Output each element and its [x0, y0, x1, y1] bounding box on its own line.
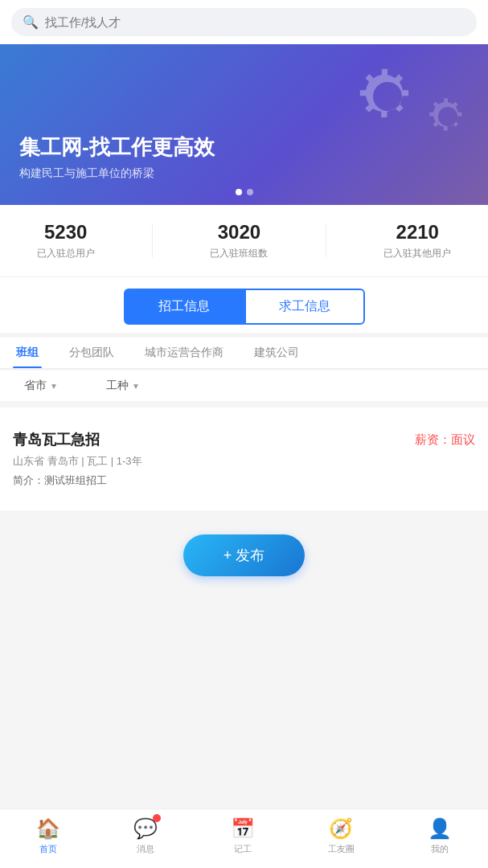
sub-tab-subcontract[interactable]: 分包团队 [66, 338, 117, 368]
messages-icon: 💬 [133, 817, 158, 840]
job-header: 青岛瓦工急招 薪资：面议 [13, 430, 475, 449]
job-salary: 薪资：面议 [415, 432, 475, 448]
publish-button[interactable]: + 发布 [183, 534, 306, 576]
job-section: 青岛瓦工急招 薪资：面议 山东省 青岛市 | 瓦工 | 1-3年 简介：测试班组… [0, 407, 488, 510]
stat-other-users: 2210 已入驻其他用户 [383, 221, 451, 260]
nav-item-messages[interactable]: 💬 消息 [133, 817, 158, 855]
job-title: 青岛瓦工急招 [13, 430, 100, 449]
filter-province-city-label: 省市 [24, 379, 47, 393]
banner-title: 集工网-找工作更高效 [19, 133, 469, 162]
friends-circle-icon: 🧭 [329, 817, 353, 840]
sub-tab-city-partner[interactable]: 城市运营合作商 [141, 338, 227, 368]
banner-dot-2[interactable] [247, 189, 253, 195]
job-desc: 简介：测试班组招工 [13, 473, 475, 488]
nav-label-friends-circle: 工友圈 [328, 843, 355, 855]
nav-label-home: 首页 [39, 843, 57, 855]
search-input[interactable] [45, 15, 465, 29]
nav-item-profile[interactable]: 👤 我的 [428, 817, 452, 855]
stat-divider-1 [152, 224, 153, 257]
banner-dot-1[interactable] [236, 189, 242, 195]
stats-row: 5230 已入驻总用户 3020 已入驻班组数 2210 已入驻其他用户 [0, 205, 488, 277]
stat-team-count: 3020 已入驻班组数 [210, 221, 268, 260]
gear-icon-2 [424, 92, 472, 141]
job-salary-prefix: 薪资： [415, 432, 451, 446]
stat-other-users-number: 2210 [396, 221, 439, 244]
stat-other-users-label: 已入驻其他用户 [383, 247, 451, 260]
stat-total-users-number: 5230 [44, 221, 87, 244]
home-icon: 🏠 [36, 817, 60, 840]
tab-recruit-info[interactable]: 招工信息 [124, 289, 244, 325]
banner-dots [236, 189, 253, 195]
filter-province-city[interactable]: 省市 ▼ [24, 379, 58, 393]
filter-row: 省市 ▼ 工种 ▼ [0, 371, 488, 401]
nav-item-friends-circle[interactable]: 🧭 工友圈 [328, 817, 355, 855]
sub-tab-team[interactable]: 班组 [13, 338, 42, 368]
nav-item-home[interactable]: 🏠 首页 [36, 817, 60, 855]
job-salary-value: 面议 [451, 432, 475, 446]
publish-wrap: + 发布 [0, 510, 488, 592]
filter-job-type-arrow: ▼ [132, 382, 140, 391]
nav-item-work-record[interactable]: 📅 记工 [231, 817, 255, 855]
profile-icon: 👤 [428, 817, 452, 840]
search-bar: 🔍 [0, 0, 488, 44]
sub-tab-construction-company[interactable]: 建筑公司 [251, 338, 302, 368]
tab-job-search[interactable]: 求工信息 [244, 289, 365, 325]
filter-job-type-label: 工种 [106, 379, 129, 393]
nav-label-messages: 消息 [137, 843, 154, 855]
stat-divider-2 [326, 224, 326, 257]
gear-icon-1 [351, 60, 424, 133]
stat-team-count-number: 3020 [218, 221, 260, 244]
stat-total-users: 5230 已入驻总用户 [37, 221, 95, 260]
banner-subtitle: 构建民工与施工单位的桥梁 [19, 166, 469, 181]
sub-tabs: 班组 分包团队 城市运营合作商 建筑公司 [0, 338, 488, 369]
search-input-wrap[interactable]: 🔍 [11, 8, 477, 36]
search-icon: 🔍 [23, 14, 39, 30]
nav-label-profile: 我的 [431, 843, 449, 855]
banner: 集工网-找工作更高效 构建民工与施工单位的桥梁 [0, 44, 488, 205]
messages-badge [153, 814, 161, 822]
stat-team-count-label: 已入驻班组数 [210, 247, 268, 260]
main-tab-buttons: 招工信息 求工信息 [0, 277, 488, 333]
stat-total-users-label: 已入驻总用户 [37, 247, 95, 260]
filter-job-type[interactable]: 工种 ▼ [106, 379, 140, 393]
nav-label-work-record: 记工 [234, 843, 252, 855]
job-card[interactable]: 青岛瓦工急招 薪资：面议 山东省 青岛市 | 瓦工 | 1-3年 简介：测试班组… [13, 420, 475, 497]
work-record-icon: 📅 [231, 817, 255, 840]
job-meta: 山东省 青岛市 | 瓦工 | 1-3年 [13, 454, 475, 469]
bottom-nav: 🏠 首页 💬 消息 📅 记工 🧭 工友圈 👤 我的 [0, 809, 488, 868]
filter-province-city-arrow: ▼ [50, 382, 58, 391]
